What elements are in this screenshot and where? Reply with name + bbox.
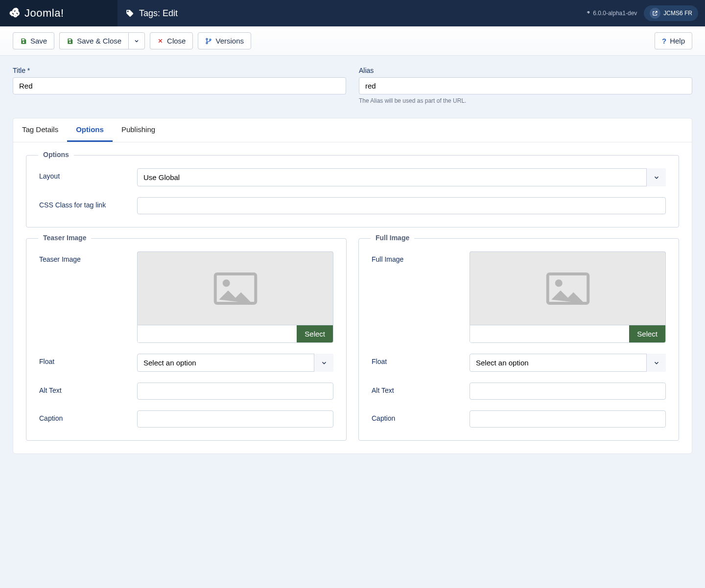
help-icon: ? (662, 37, 666, 45)
page-title-block: Tags: Edit (118, 8, 586, 19)
alias-input[interactable] (359, 77, 692, 94)
teaser-alt-label: Alt Text (39, 383, 137, 394)
close-button[interactable]: Close (150, 32, 193, 49)
save-button[interactable]: Save (13, 32, 54, 49)
full-float-label: Float (372, 354, 470, 365)
full-alt-input[interactable] (470, 383, 666, 400)
title-input[interactable] (13, 77, 346, 94)
svg-point-0 (206, 38, 208, 40)
title-label: Title * (13, 67, 346, 74)
external-link-icon (650, 8, 660, 19)
alias-hint: The Alias will be used as part of the UR… (359, 97, 692, 104)
joomla-icon (9, 7, 22, 20)
full-caption-label: Caption (372, 410, 470, 422)
css-class-label: CSS Class for tag link (39, 197, 137, 209)
chevron-down-icon (134, 38, 140, 44)
teaser-image-fieldset: Teaser Image Teaser Image Select (26, 238, 347, 441)
close-icon (157, 38, 164, 44)
teaser-image-select-button[interactable]: Select (297, 325, 333, 342)
full-alt-label: Alt Text (372, 383, 470, 394)
topbar: Joomla! Tags: Edit 6.0.0-alpha1-dev JCMS… (0, 0, 705, 26)
svg-point-4 (222, 279, 230, 287)
brand-logo[interactable]: Joomla! (0, 0, 118, 26)
teaser-caption-label: Caption (39, 410, 137, 422)
tag-icon (125, 9, 134, 18)
version-badge: 6.0.0-alpha1-dev (586, 10, 637, 17)
versions-button[interactable]: Versions (198, 32, 251, 49)
page-title: Tags: Edit (139, 8, 178, 19)
teaser-float-label: Float (39, 354, 137, 365)
full-image-select-button[interactable]: Select (629, 325, 665, 342)
alias-label: Alias (359, 67, 692, 74)
save-icon (67, 38, 73, 45)
teaser-caption-input[interactable] (137, 410, 333, 428)
toolbar: Save Save & Close Close Versions ? Help (0, 26, 705, 56)
full-legend: Full Image (371, 234, 414, 242)
full-image-fieldset: Full Image Full Image Select Floa (358, 238, 679, 441)
svg-point-6 (555, 279, 562, 287)
full-caption-input[interactable] (470, 410, 666, 428)
branch-icon (205, 38, 212, 45)
tab-options[interactable]: Options (67, 118, 113, 142)
image-placeholder-icon (546, 271, 590, 306)
save-close-group: Save & Close (59, 32, 145, 49)
layout-select[interactable]: Use Global (137, 168, 666, 186)
title-alias-area: Title * Alias The Alias will be used as … (0, 56, 705, 109)
save-close-button[interactable]: Save & Close (59, 32, 128, 49)
css-class-input[interactable] (137, 197, 666, 214)
save-close-dropdown[interactable] (128, 32, 145, 49)
svg-point-1 (206, 42, 208, 44)
teaser-image-preview (137, 251, 333, 325)
options-fieldset: Options Layout Use Global CSS Class for … (26, 155, 679, 227)
teaser-image-label: Teaser Image (39, 251, 137, 263)
tab-publishing[interactable]: Publishing (113, 118, 164, 142)
full-image-preview (470, 251, 666, 325)
image-placeholder-icon (213, 271, 258, 306)
full-float-select[interactable]: Select an option (470, 354, 666, 372)
tabs: Tag Details Options Publishing (13, 118, 692, 142)
options-legend: Options (38, 151, 74, 158)
teaser-image-path-input[interactable] (138, 325, 297, 342)
full-image-path-input[interactable] (470, 325, 629, 342)
help-button[interactable]: ? Help (655, 32, 692, 49)
teaser-alt-input[interactable] (137, 383, 333, 400)
tab-tag-details[interactable]: Tag Details (13, 118, 67, 142)
panel-body: Options Layout Use Global CSS Class for … (13, 142, 692, 453)
full-image-label: Full Image (372, 251, 470, 263)
topbar-right: 6.0.0-alpha1-dev JCMS6 FR (586, 5, 705, 21)
layout-label: Layout (39, 168, 137, 180)
main-panel: Tag Details Options Publishing Options L… (13, 118, 692, 454)
teaser-legend: Teaser Image (38, 234, 91, 242)
svg-point-2 (210, 39, 211, 40)
brand-text: Joomla! (24, 7, 64, 20)
joomla-mini-icon (586, 11, 591, 16)
site-link[interactable]: JCMS6 FR (644, 5, 698, 21)
save-icon (20, 38, 27, 45)
teaser-float-select[interactable]: Select an option (137, 354, 333, 372)
